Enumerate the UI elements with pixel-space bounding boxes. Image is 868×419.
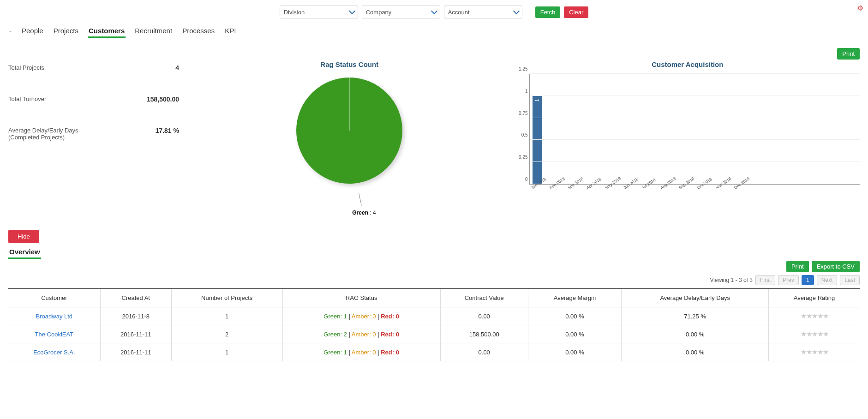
table-cell: The CookiEAT (8, 325, 100, 343)
table-cell: 0.00 % (622, 343, 769, 361)
pie-legend-value: 4 (373, 210, 376, 216)
table-cell: 0.00 % (528, 307, 622, 325)
stat-value: 158,500.00 (147, 96, 184, 103)
pie-legend-name: Green (352, 210, 368, 216)
tab-kpi[interactable]: KPI (224, 25, 237, 38)
grid-line (530, 139, 860, 140)
grid-line (530, 96, 860, 96)
table-row: The CookiEAT2016-11-112Green: 2 | Amber:… (8, 325, 860, 343)
table-header: Number of Projects (171, 288, 282, 307)
table-cell: 1 (171, 307, 282, 325)
filter-bar: Division Company Account Fetch Clear ⚙ (6, 4, 862, 25)
table-cell: ★★★★★ (769, 307, 860, 325)
grid-line (530, 73, 860, 74)
rag-green: Green: 1 (323, 313, 347, 320)
rating-stars: ★★★★★ (801, 312, 828, 320)
table-cell: 0.00 % (528, 343, 622, 361)
rag-green: Green: 1 (323, 349, 347, 356)
stat-value: 4 (175, 64, 184, 72)
rag-amber: Amber: 0 (352, 313, 376, 320)
pager-page-1[interactable]: 1 (802, 275, 814, 285)
bar-value-label: 1 (534, 99, 539, 102)
table-cell: 0.00 (440, 343, 528, 361)
table-cell: 158,500.00 (440, 325, 528, 343)
table-cell: 1 (171, 343, 282, 361)
customer-link[interactable]: Broadway Ltd (36, 313, 73, 320)
fetch-button[interactable]: Fetch (535, 6, 561, 18)
tab-people[interactable]: People (21, 25, 44, 38)
grid-line (530, 184, 860, 184)
main-tabs: -PeopleProjectsCustomersRecruitmentProce… (6, 25, 862, 41)
rag-green: Green: 2 (323, 331, 347, 338)
y-tick: 0 (517, 177, 528, 182)
export-csv-button[interactable]: Export to CSV (812, 261, 860, 272)
stat-total-turnover: Total Turnover 158,500.00 (8, 96, 184, 103)
company-select[interactable]: Company (362, 6, 440, 18)
table-header: Average Rating (769, 288, 860, 307)
stat-label: Total Turnover (8, 96, 46, 102)
table-cell: 0.00 (440, 307, 528, 325)
table-print-button[interactable]: Print (786, 261, 809, 272)
y-tick: 1.25 (517, 66, 528, 72)
table-cell: Green: 1 | Amber: 0 | Red: 0 (282, 307, 440, 325)
table-row: EcoGrocer S.A.2016-11-111Green: 1 | Ambe… (8, 343, 860, 361)
tab-processes[interactable]: Processes (181, 25, 216, 38)
table-cell: 2016-11-8 (100, 307, 171, 325)
y-tick: 0.75 (517, 110, 528, 115)
table-cell: Green: 2 | Amber: 0 | Red: 0 (282, 325, 440, 343)
table-cell: Broadway Ltd (8, 307, 100, 325)
table-cell: 2016-11-11 (100, 325, 171, 343)
table-header: Created At (100, 288, 171, 307)
division-select[interactable]: Division (280, 6, 358, 18)
bar-jan-2018: 1 (533, 96, 542, 184)
stat-value: 17.81 % (156, 127, 184, 134)
tab-projects[interactable]: Projects (53, 25, 79, 38)
rag-red: Red: 0 (381, 349, 399, 356)
rag-red: Red: 0 (381, 331, 399, 338)
bar-plot-area: 1 00.250.50.7511.25 (529, 74, 860, 185)
pager-last[interactable]: Last (840, 275, 860, 285)
pager-first[interactable]: First (755, 275, 775, 285)
stat-total-projects: Total Projects 4 (8, 64, 184, 72)
rag-pie-chart (296, 78, 402, 184)
rating-stars: ★★★★★ (801, 330, 828, 338)
y-tick: 0.5 (517, 132, 528, 138)
hide-button[interactable]: Hide (8, 230, 39, 243)
pager-prev[interactable]: Prev (778, 275, 799, 285)
tab-customers[interactable]: Customers (88, 25, 126, 38)
account-select[interactable]: Account (444, 6, 522, 18)
table-cell: ★★★★★ (769, 343, 860, 361)
customer-link[interactable]: EcoGrocer S.A. (33, 349, 75, 356)
table-row: Broadway Ltd2016-11-81Green: 1 | Amber: … (8, 307, 860, 325)
table-cell: 71.25 % (622, 307, 769, 325)
table-cell: Green: 1 | Amber: 0 | Red: 0 (282, 343, 440, 361)
table-cell: EcoGrocer S.A. (8, 343, 100, 361)
rag-red: Red: 0 (381, 313, 399, 320)
pie-chart-panel: Rag Status Count Green : 4 (193, 60, 506, 216)
tab-recruitment[interactable]: Recruitment (134, 25, 173, 38)
print-button[interactable]: Print (837, 48, 860, 60)
table-cell: 2016-11-11 (100, 343, 171, 361)
table-cell: 2 (171, 325, 282, 343)
settings-icon[interactable]: ⚙ (857, 4, 863, 12)
stat-label: Total Projects (8, 64, 44, 71)
rag-amber: Amber: 0 (352, 331, 376, 338)
bar-chart-panel: Customer Acquisition Number of Customers… (515, 60, 860, 216)
grid-line (530, 162, 860, 162)
pager-status: Viewing 1 - 3 of 3 (710, 277, 753, 283)
customer-link[interactable]: The CookiEAT (35, 331, 74, 338)
table-header: Customer (8, 288, 100, 307)
tab--[interactable]: - (8, 25, 12, 38)
subtab-overview[interactable]: Overview (8, 246, 41, 259)
rating-stars: ★★★★★ (801, 348, 828, 356)
pager-next[interactable]: Next (817, 275, 838, 285)
grid-line (530, 118, 860, 118)
table-cell: 0.00 % (622, 325, 769, 343)
pie-legend-sep: : (368, 210, 373, 216)
stat-avg-delay: Average Delay/Early Days (Completed Proj… (8, 127, 184, 141)
y-tick: 1 (517, 88, 528, 93)
table-header: Average Delay/Early Days (622, 288, 769, 307)
pie-leader-line (359, 193, 362, 206)
bar-x-ticks: Jan 2018Feb 2018Mar 2018Apr 2018May 2018… (529, 185, 860, 191)
clear-button[interactable]: Clear (564, 6, 588, 18)
